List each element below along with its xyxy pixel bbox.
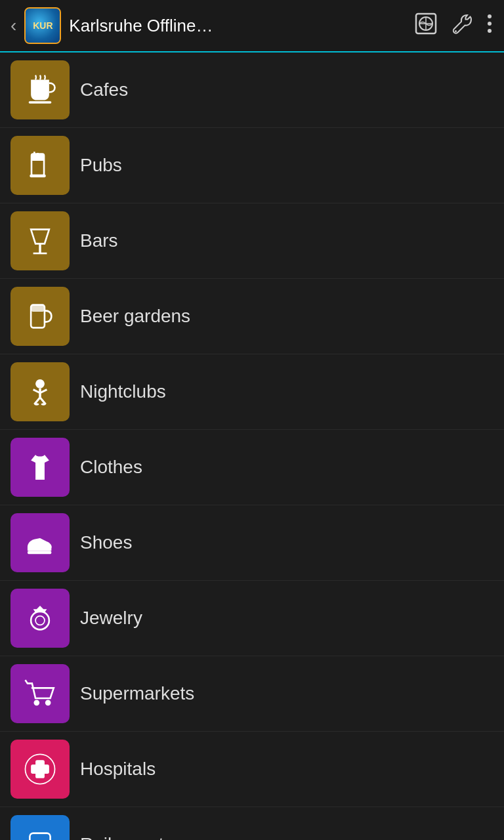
list-item-supermarkets[interactable]: Supermarkets: [0, 656, 504, 732]
category-list: CafesPubsBarsBeer gardensNightclubsCloth…: [0, 52, 504, 840]
jewelry-icon: [10, 589, 70, 648]
beer-gardens-icon: [10, 287, 70, 346]
list-item-hospitals[interactable]: Hospitals: [0, 732, 504, 807]
nightclubs-label: Nightclubs: [80, 381, 166, 402]
svg-point-5: [488, 14, 492, 18]
svg-point-28: [31, 612, 49, 630]
jewelry-label: Jewelry: [80, 608, 142, 629]
supermarkets-label: Supermarkets: [80, 683, 194, 704]
svg-point-31: [45, 700, 51, 706]
svg-rect-35: [31, 765, 49, 774]
hospitals-label: Hospitals: [80, 759, 156, 780]
hospitals-icon: [10, 740, 70, 799]
globe-icon[interactable]: [415, 12, 437, 39]
svg-point-7: [488, 29, 492, 33]
clothes-label: Clothes: [80, 457, 142, 478]
app-title: Karlsruhe Offline…: [69, 16, 407, 36]
list-item-clothes[interactable]: Clothes: [0, 430, 504, 505]
list-item-bars[interactable]: Bars: [0, 203, 504, 279]
svg-rect-27: [28, 551, 51, 554]
bars-icon: [10, 211, 70, 270]
list-item-beer-gardens[interactable]: Beer gardens: [0, 279, 504, 354]
svg-point-30: [33, 700, 39, 706]
svg-point-29: [35, 616, 45, 625]
beer-gardens-label: Beer gardens: [80, 306, 190, 327]
supermarkets-icon: [10, 664, 70, 723]
list-item-railway-stops[interactable]: Railway stops: [0, 807, 504, 840]
railway-stops-icon: [10, 815, 70, 840]
svg-point-25: [34, 403, 39, 405]
nightclubs-icon: [10, 362, 70, 421]
list-item-cafes[interactable]: Cafes: [0, 52, 504, 128]
list-item-nightclubs[interactable]: Nightclubs: [0, 354, 504, 430]
app-logo: KUR: [24, 7, 61, 44]
bars-label: Bars: [80, 230, 118, 251]
shoes-label: Shoes: [80, 532, 132, 553]
list-item-pubs[interactable]: Pubs: [0, 128, 504, 203]
svg-marker-14: [31, 230, 49, 244]
pubs-icon: [10, 136, 70, 195]
wrench-icon[interactable]: [450, 12, 472, 39]
svg-rect-18: [31, 305, 45, 312]
railway-stops-label: Railway stops: [80, 834, 194, 840]
list-item-jewelry[interactable]: Jewelry: [0, 581, 504, 656]
svg-point-4: [455, 30, 457, 32]
back-button[interactable]: ‹: [10, 15, 16, 36]
cafes-label: Cafes: [80, 79, 128, 100]
cafes-icon: [10, 60, 70, 119]
list-item-shoes[interactable]: Shoes: [0, 505, 504, 581]
svg-rect-36: [30, 833, 50, 840]
svg-line-32: [25, 680, 27, 683]
pubs-label: Pubs: [80, 155, 122, 176]
clothes-icon: [10, 438, 70, 497]
top-action-icons: [415, 12, 494, 39]
svg-point-6: [488, 22, 492, 26]
svg-point-26: [41, 403, 46, 405]
svg-rect-8: [29, 101, 52, 103]
shoes-icon: [10, 513, 70, 572]
top-bar: ‹ KUR Karlsruhe Offline…: [0, 0, 504, 52]
svg-point-19: [35, 379, 45, 388]
more-menu-icon[interactable]: [486, 12, 494, 39]
svg-rect-11: [30, 175, 45, 177]
